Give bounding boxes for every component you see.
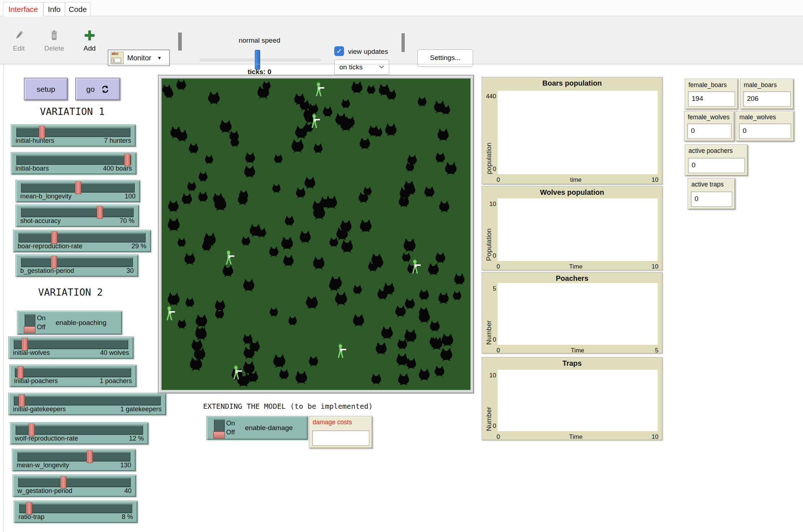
slider-handle[interactable]	[19, 394, 25, 407]
go-button[interactable]: go	[75, 78, 120, 100]
tab-code[interactable]: Code	[65, 2, 90, 16]
speed-slider-handle[interactable]	[255, 50, 260, 70]
slider-wolf-reproduction-rate[interactable]: wolf-reproduction-rate12 %	[10, 422, 149, 445]
pencil-icon	[14, 30, 24, 41]
tab-interface[interactable]: Interface	[3, 2, 43, 17]
switch-enable-poaching[interactable]: OnOffenable-poaching	[17, 311, 122, 335]
add-button[interactable]: Add	[75, 30, 104, 52]
slider-w_gestation-period[interactable]: w_gestation-period40	[13, 475, 136, 497]
slider-value: 12 %	[129, 435, 144, 442]
slider-handle[interactable]	[17, 366, 23, 379]
slider-label: wolf-reproduction-rate	[15, 435, 78, 442]
content-divider	[3, 64, 4, 532]
switch-label: enable-poaching	[56, 311, 107, 334]
world-agents	[162, 78, 471, 390]
switch-on-label: On	[226, 419, 235, 428]
slider-handle[interactable]	[29, 424, 35, 436]
slider-value: 400 boars	[103, 165, 132, 172]
monitor-value	[312, 430, 369, 446]
dropdown-arrow-icon: ▼	[157, 55, 162, 61]
slider-ratio-trap[interactable]: ratio-trap8 %	[14, 501, 138, 523]
delete-button[interactable]: Delete	[40, 30, 69, 52]
add-label: Add	[75, 44, 104, 52]
slider-handle[interactable]	[124, 154, 130, 166]
slider-initial-wolves[interactable]: initial-wolves40 wolves	[8, 336, 134, 359]
view-updates-checkbox[interactable]: ✓	[334, 46, 344, 56]
slider-track	[17, 452, 130, 462]
slider-value: 40	[124, 487, 132, 495]
monitor-active-traps: active traps0	[688, 178, 735, 210]
update-mode-select[interactable]: on ticks	[334, 60, 389, 75]
plus-icon	[84, 30, 95, 41]
monitor-female_boars: female_boars194	[685, 79, 738, 110]
plot-y-axis-label: population	[485, 91, 493, 174]
plot-x-min-tick: 0	[497, 347, 500, 354]
slider-label: b_gestation-period	[20, 267, 74, 275]
plot-poachers: PoachersNumber500Time5	[482, 272, 662, 353]
world-view	[162, 78, 471, 390]
edit-button[interactable]: Edit	[4, 30, 33, 52]
plot-title: Wolves population	[482, 188, 662, 197]
slider-track	[18, 233, 146, 243]
slider-track	[14, 339, 128, 349]
slider-handle[interactable]	[75, 181, 81, 194]
slider-handle[interactable]	[87, 450, 93, 463]
plot-y-min-tick: 0	[482, 252, 496, 259]
monitor-label: male_boars	[744, 81, 777, 89]
slider-value: 1 gatekeepers	[120, 406, 162, 413]
plot-x-max-tick: 10	[652, 263, 658, 270]
speed-slider-track[interactable]	[200, 59, 321, 61]
slider-initial-gatekeepers[interactable]: initial-gatekeepers1 gatekeepers	[8, 393, 166, 415]
edit-label: Edit	[4, 44, 33, 52]
slider-initial-boars[interactable]: initial-boars400 boars	[11, 152, 137, 175]
slider-label: shot-accuracy	[20, 217, 61, 225]
forever-icon	[101, 85, 109, 93]
plot-title: Traps	[482, 359, 662, 368]
slider-boar-reproduction-rate[interactable]: boar-reproduction-rate29 %	[13, 230, 151, 252]
switch-channel[interactable]	[214, 419, 225, 438]
slider-handle[interactable]	[60, 476, 66, 489]
setup-button[interactable]: setup	[24, 78, 68, 100]
plot-x-max-tick: 5	[655, 347, 658, 354]
switch-knob[interactable]	[24, 326, 35, 333]
slider-value: 70 %	[120, 217, 134, 225]
content-divider	[0, 64, 803, 64]
switch-on-label: On	[37, 314, 46, 323]
slider-value: 1 poachers	[100, 377, 132, 385]
plot-boars-population: Boars populationpopulation44000time10	[482, 77, 662, 184]
slider-track	[16, 155, 131, 165]
speed-label: normal speed	[214, 37, 305, 44]
monitor-label: active traps	[691, 181, 723, 188]
slider-handle[interactable]	[51, 256, 57, 269]
trash-icon	[50, 30, 59, 41]
slider-handle[interactable]	[39, 126, 45, 138]
switch-enable-damage[interactable]: OnOffenable-damage	[206, 416, 308, 440]
slider-handle[interactable]	[97, 206, 103, 219]
slider-handle[interactable]	[26, 502, 32, 515]
slider-mean-b_longevity[interactable]: mean-b_longevity100	[16, 180, 140, 202]
plot-y-max-tick: 10	[482, 201, 496, 208]
monitor-label: female_boars	[688, 81, 727, 89]
switch-channel[interactable]	[25, 314, 35, 332]
monitor-male_wolves: male_wolves0	[736, 111, 794, 142]
slider-track	[15, 368, 131, 377]
slider-track	[16, 425, 143, 435]
plot-y-max-tick: 440	[482, 93, 496, 100]
switch-knob[interactable]	[213, 432, 225, 438]
slider-mean-w_longevity[interactable]: mean-w_longevity130	[12, 449, 136, 471]
go-label: go	[86, 85, 95, 94]
plot-x-max-tick: 10	[652, 176, 658, 184]
slider-label: initial-gatekeepers	[13, 406, 66, 413]
slider-shot-accuracy[interactable]: shot-accuracy70 %	[16, 205, 139, 227]
toolbar-separator	[178, 33, 182, 51]
slider-b_gestation-period[interactable]: b_gestation-period30	[16, 254, 138, 277]
slider-label: w_gestation-period	[17, 487, 72, 495]
toolbar: Edit Delete Add abc 5 Monitor ▼	[0, 16, 803, 64]
slider-initial-hunters[interactable]: initial-hunters7 hunters	[11, 124, 136, 147]
tab-info[interactable]: Info	[43, 2, 65, 16]
toolbar-separator	[402, 33, 405, 52]
slider-handle[interactable]	[22, 338, 28, 351]
slider-initial-poachers[interactable]: initial-poachers1 poachers	[9, 365, 137, 387]
slider-handle[interactable]	[51, 231, 57, 244]
monitor-value: 206	[743, 91, 791, 107]
